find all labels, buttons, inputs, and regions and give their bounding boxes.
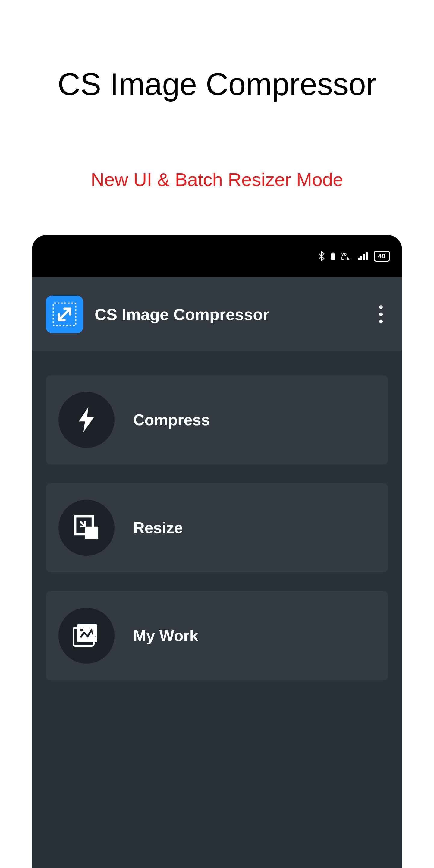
overflow-menu-button[interactable] — [374, 302, 388, 327]
battery-small-icon — [331, 252, 335, 260]
svg-rect-1 — [332, 253, 334, 254]
gallery-icon — [59, 608, 115, 664]
battery-indicator: 40 — [374, 251, 390, 261]
my-work-button[interactable]: My Work — [46, 591, 388, 680]
app-title: CS Image Compressor — [95, 305, 362, 324]
menu-item-label: Compress — [133, 411, 210, 429]
bluetooth-icon — [318, 251, 325, 261]
app-logo-icon — [46, 296, 83, 333]
resize-icon — [59, 500, 115, 556]
phone-frame: Vo LTE▫ 40 CS Image Compressor — [32, 235, 402, 868]
status-bar: Vo LTE▫ 40 — [32, 235, 402, 277]
svg-rect-0 — [331, 253, 335, 260]
app-content: Compress Resize — [32, 351, 402, 868]
svg-rect-4 — [85, 527, 98, 539]
signal-icon — [358, 252, 368, 260]
promo-title: CS Image Compressor — [0, 66, 434, 102]
flash-icon — [59, 392, 115, 448]
resize-button[interactable]: Resize — [46, 483, 388, 572]
volte-indicator: Vo LTE▫ — [341, 252, 351, 260]
app-header: CS Image Compressor — [32, 277, 402, 351]
menu-item-label: Resize — [133, 519, 183, 537]
app-screen: CS Image Compressor Compress — [32, 277, 402, 868]
promo-subtitle: New UI & Batch Resizer Mode — [0, 169, 434, 190]
menu-item-label: My Work — [133, 627, 198, 645]
compress-button[interactable]: Compress — [46, 375, 388, 464]
